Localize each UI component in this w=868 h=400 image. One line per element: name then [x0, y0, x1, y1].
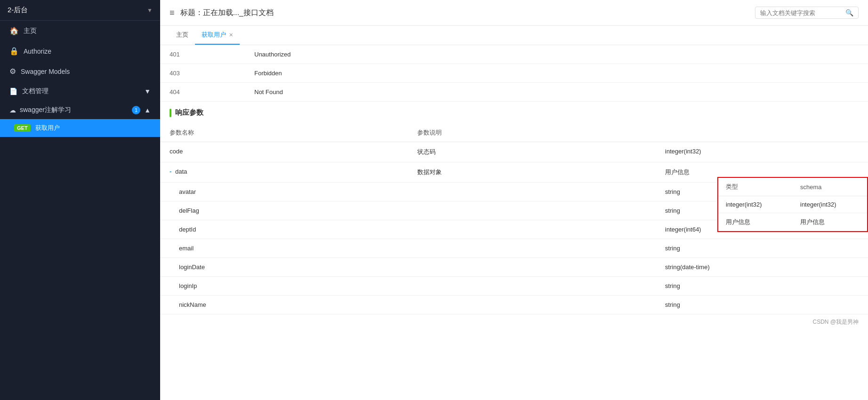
param-schema-nickname [762, 296, 868, 314]
status-code-404: 404 [160, 83, 245, 102]
table-row: email string [160, 239, 868, 258]
table-row: 用户信息 用户信息 [718, 213, 867, 232]
param-desc-code: 状态码 [408, 142, 656, 162]
sidebar-swagger-study-label: swagger注解学习 [20, 106, 71, 114]
status-desc-403: Forbidden [245, 64, 868, 83]
param-type-loginip: string [656, 277, 762, 296]
param-name-logindate: loginDate [160, 258, 408, 277]
param-schema-logindate [762, 258, 868, 277]
sidebar-item-home[interactable]: 🏠 主页 [0, 21, 160, 41]
sidebar-item-doc-manage[interactable]: 📄 文档管理 ▼ [0, 81, 160, 101]
table-row: nickName string [160, 296, 868, 314]
sidebar-home-label: 主页 [24, 27, 37, 35]
response-params-title: 响应参数 [175, 108, 203, 117]
red-box-type-0: integer(int32) [718, 196, 793, 213]
search-icon: 🔍 [845, 9, 853, 16]
param-type-email: string [656, 239, 762, 258]
param-name-delflag: delFlag [160, 201, 408, 220]
param-schema-code [762, 142, 868, 162]
red-box-schema-header: schema [793, 178, 867, 196]
col-header-desc: 参数说明 [408, 124, 656, 142]
red-box-type-1: 用户信息 [718, 213, 793, 232]
param-type-logindate: string(date-time) [656, 258, 762, 277]
swagger-study-arrow-icon: ▲ [144, 106, 151, 114]
get-method-badge: GET [14, 124, 31, 132]
param-desc-email [408, 239, 656, 258]
param-name-deptid: deptId [160, 220, 408, 239]
param-desc-deptid [408, 220, 656, 239]
tab-home[interactable]: 主页 [170, 26, 195, 45]
main-content: ≡ 标题：正在加载..._接口文档 🔍 主页 获取用户 ✕ 401 Unauth… [160, 0, 868, 400]
param-name-email: email [160, 239, 408, 258]
gear-icon: ⚙ [9, 67, 16, 76]
table-row: 404 Not Found [160, 83, 868, 102]
content-wrapper: 401 Unauthorized 403 Forbidden 404 Not F… [160, 45, 868, 400]
sidebar-authorize-label: Authorize [24, 48, 51, 55]
sidebar-item-authorize[interactable]: 🔒 Authorize [0, 41, 160, 61]
param-name-code: code [160, 142, 408, 162]
status-codes-table: 401 Unauthorized 403 Forbidden 404 Not F… [160, 45, 868, 102]
menu-icon[interactable]: ≡ [170, 8, 175, 18]
param-desc-delflag [408, 201, 656, 220]
doc-icon: 📄 [9, 88, 17, 95]
response-params-section: 响应参数 [160, 102, 868, 124]
col-header-type [656, 124, 762, 142]
top-header: ≡ 标题：正在加载..._接口文档 🔍 [160, 0, 868, 26]
status-code-401: 401 [160, 45, 245, 64]
table-row: loginIp string [160, 277, 868, 296]
param-desc-avatar [408, 183, 656, 201]
param-desc-loginip [408, 277, 656, 296]
param-name-nickname: nickName [160, 296, 408, 314]
param-name-loginip: loginIp [160, 277, 408, 296]
sidebar-title: 2-后台 [8, 6, 28, 15]
toggle-icon-data[interactable]: - [170, 168, 171, 175]
sidebar-doc-manage-label: 文档管理 [22, 87, 49, 96]
param-type-nickname: string [656, 296, 762, 314]
col-header-schema [762, 124, 868, 142]
param-desc-data: 数据对象 [408, 162, 656, 183]
sidebar: 2-后台 ▼ 🏠 主页 🔒 Authorize ⚙ Swagger Models… [0, 0, 160, 400]
col-header-name: 参数名称 [160, 124, 408, 142]
red-box-schema-1: 用户信息 [793, 213, 867, 232]
red-box-type-header: 类型 [718, 178, 793, 196]
swagger-study-badge: 1 [132, 106, 140, 114]
table-row: loginDate string(date-time) [160, 258, 868, 277]
param-schema-email [762, 239, 868, 258]
sidebar-header[interactable]: 2-后台 ▼ [0, 0, 160, 21]
tabs-bar: 主页 获取用户 ✕ [160, 26, 868, 45]
tab-close-icon[interactable]: ✕ [229, 32, 233, 38]
footer-watermark: CSDN @我是男神 [160, 314, 868, 330]
table-row: code 状态码 integer(int32) [160, 142, 868, 162]
home-icon: 🏠 [9, 26, 19, 35]
status-desc-401: Unauthorized [245, 45, 868, 64]
sidebar-dropdown-icon[interactable]: ▼ [147, 7, 153, 14]
sidebar-item-swagger-study[interactable]: ☁ swagger注解学习 1 ▲ [0, 101, 160, 119]
lock-icon: 🔒 [9, 47, 19, 56]
table-row: integer(int32) integer(int32) [718, 196, 867, 213]
red-border-overlay: 类型 schema integer(int32) integer(int32) … [717, 177, 868, 232]
param-name-data: - data [160, 162, 408, 183]
table-row: 403 Forbidden [160, 64, 868, 83]
param-desc-nickname [408, 296, 656, 314]
doc-manage-arrow-icon: ▼ [144, 88, 151, 95]
status-desc-404: Not Found [245, 83, 868, 102]
section-title-bar [170, 109, 171, 117]
table-row: 401 Unauthorized [160, 45, 868, 64]
param-type-code: integer(int32) [656, 142, 762, 162]
page-title: 标题：正在加载..._接口文档 [180, 8, 274, 18]
param-desc-logindate [408, 258, 656, 277]
sidebar-api-label: 获取用户 [35, 124, 60, 132]
sidebar-item-swagger-models[interactable]: ⚙ Swagger Models [0, 61, 160, 81]
status-code-403: 403 [160, 64, 245, 83]
tab-get-user[interactable]: 获取用户 ✕ [195, 26, 240, 45]
red-box-schema-0: integer(int32) [793, 196, 867, 213]
search-input[interactable] [760, 9, 842, 16]
search-box: 🔍 [755, 7, 859, 19]
sidebar-api-item-get-user[interactable]: GET 获取用户 [0, 119, 160, 137]
sidebar-swagger-models-label: Swagger Models [21, 68, 70, 75]
param-schema-loginip [762, 277, 868, 296]
param-name-avatar: avatar [160, 183, 408, 201]
cloud-icon: ☁ [9, 106, 16, 114]
